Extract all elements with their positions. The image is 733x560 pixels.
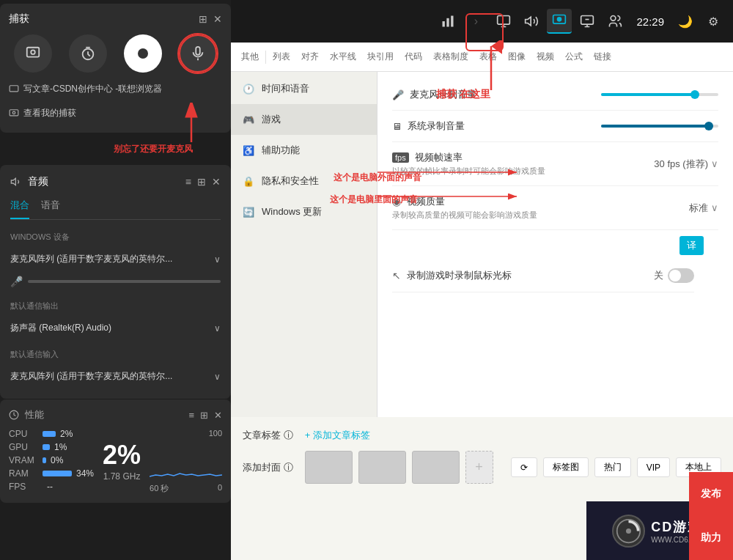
mic-recording-slider[interactable] <box>601 93 718 96</box>
cover-thumb-2[interactable] <box>358 451 406 484</box>
svg-rect-1 <box>447 18 449 27</box>
svg-point-29 <box>626 528 631 534</box>
gpu-metric-row: GPU 1% <box>9 442 94 452</box>
fps-metric-value: -- <box>47 482 53 492</box>
monitor-icon[interactable] <box>491 9 516 34</box>
perf-pin-icon[interactable]: ⊞ <box>200 410 208 421</box>
svg-rect-10 <box>26 48 39 57</box>
toolbar-image[interactable]: 图像 <box>504 49 530 65</box>
audio-mic-chevron[interactable]: ∨ <box>214 254 221 265</box>
audio-title-group: 音频 <box>10 175 48 188</box>
capture-close-icon[interactable]: ✕ <box>213 13 222 25</box>
cursor-label: ↖ 录制游戏时录制鼠标光标 <box>392 269 512 282</box>
quality-chevron[interactable]: ∨ <box>711 202 718 213</box>
record-dot <box>138 48 148 59</box>
cover-label: 添加封面 ⓘ <box>243 461 293 474</box>
fps-chevron[interactable]: ∨ <box>711 158 718 169</box>
settings-menu-privacy[interactable]: 🔒 隐私和安全性 <box>231 166 377 196</box>
settings-menu-games[interactable]: 🎮 游戏 <box>231 104 377 135</box>
toolbar-list[interactable]: 列表 <box>268 49 295 65</box>
sys-track <box>601 125 718 128</box>
tab-refresh-btn[interactable]: ⟳ <box>511 457 537 477</box>
video-quality-label-group: ◉ 视频质量 录制较高质量的视频可能会影响游戏质量 <box>392 195 537 221</box>
audio-panel-header: 音频 ≡ ⊞ ✕ <box>10 175 221 188</box>
volume-icon[interactable] <box>519 9 544 34</box>
screen-record-icon[interactable] <box>547 9 572 34</box>
audio-settings-icon[interactable]: ≡ <box>185 176 191 188</box>
cursor-toggle[interactable] <box>668 268 694 283</box>
view-captures-link[interactable]: 查看我的捕获 <box>9 103 222 124</box>
privacy-label: 隐私和安全性 <box>262 174 319 188</box>
perf-close-icon[interactable]: ✕ <box>214 410 222 421</box>
cover-section: 添加封面 ⓘ + ⟳ 标签图 热门 VIP 本地上 <box>243 451 721 484</box>
perf-chart-max: 100 <box>209 429 222 438</box>
toolbar-blockquote[interactable]: 块引用 <box>363 49 398 65</box>
taskbar: › 22:29 🌙 ⚙ <box>231 0 733 43</box>
audio-panel-controls: ≡ ⊞ ✕ <box>185 176 221 188</box>
taskbar-time: 22:29 <box>636 15 664 28</box>
audio-mic-device-row: 麦克风阵列 (适用于数字麦克风的英特尔... ∨ <box>10 247 221 271</box>
capture-buttons-row <box>9 34 222 73</box>
audio-tab-mix[interactable]: 混合 <box>10 199 29 219</box>
perf-chart-zero: 0 <box>218 483 222 494</box>
audio-mic-vol-icon: 🎤 <box>10 276 22 287</box>
cursor-icon: ↖ <box>392 270 401 281</box>
assist-button[interactable]: 助力 <box>689 516 733 560</box>
audio-tab-voice[interactable]: 语音 <box>41 199 60 219</box>
accessibility-icon: ♿ <box>243 145 254 156</box>
moon-icon[interactable]: 🌙 <box>673 9 698 34</box>
audio-pin-icon[interactable]: ⊞ <box>197 176 206 188</box>
video-quality-label: ◉ 视频质量 <box>392 195 537 208</box>
vram-value: 0% <box>51 455 63 465</box>
cover-thumb-1[interactable] <box>305 451 353 484</box>
next-icon[interactable]: › <box>463 9 488 34</box>
tab-labels-btn[interactable]: 标签图 <box>543 457 589 477</box>
system-recording-icon: 🖥 <box>392 121 402 132</box>
toolbar-code[interactable]: 代码 <box>400 49 427 65</box>
publish-button[interactable]: 发布 <box>689 472 733 516</box>
settings-menu-accessibility[interactable]: ♿ 辅助功能 <box>231 135 377 166</box>
ram-value: 34% <box>76 468 94 479</box>
audio-default-input-label: 默认通信输入 <box>10 349 221 360</box>
system-recording-label: 🖥 系统录制音量 <box>392 119 465 133</box>
view-captures-label: 查看我的捕获 <box>23 107 76 119</box>
gear-icon[interactable]: ⚙ <box>701 9 726 34</box>
perf-settings-icon[interactable]: ≡ <box>188 410 194 421</box>
tab-vip-btn[interactable]: VIP <box>637 457 670 477</box>
audio-close-icon[interactable]: ✕ <box>212 176 221 188</box>
settings-menu-update[interactable]: 🔄 Windows 更新 <box>231 196 377 227</box>
perf-content: CPU 2% GPU 1% VRAM 0% RAM 34% FPS <box>9 429 222 494</box>
tab-hot-btn[interactable]: 热门 <box>594 457 631 477</box>
audio-mic-vol-track[interactable] <box>28 280 221 283</box>
settings-menu-datetime[interactable]: 🕐 时间和语音 <box>231 73 377 104</box>
add-tag-button[interactable]: + 添加文章标签 <box>305 429 370 442</box>
people-icon[interactable] <box>603 9 627 34</box>
screenshot-button[interactable] <box>14 34 52 73</box>
chart-icon[interactable] <box>435 9 460 34</box>
performance-panel: 性能 ≡ ⊞ ✕ CPU 2% GPU 1% VRAM 0% <box>0 399 231 503</box>
perf-big-display: 2% 1.78 GHz <box>103 429 141 494</box>
translate-button[interactable]: 译 <box>679 236 704 255</box>
toolbar-link[interactable]: 链接 <box>589 49 616 65</box>
cpu-metric-row: CPU 2% <box>9 429 94 439</box>
display-icon[interactable] <box>575 9 600 34</box>
audio-input-chevron[interactable]: ∨ <box>214 372 221 382</box>
system-recording-slider[interactable] <box>601 125 718 128</box>
toolbar-formula[interactable]: 公式 <box>561 49 587 65</box>
capture-pin-icon[interactable]: ⊞ <box>199 13 207 25</box>
toolbar-other[interactable]: 其他 <box>237 49 263 65</box>
cover-thumb-3[interactable] <box>412 451 460 484</box>
datetime-icon: 🕐 <box>243 84 254 95</box>
toolbar-table-record[interactable]: 表格制度 <box>429 49 473 65</box>
timer-button[interactable] <box>69 34 107 73</box>
record-button[interactable] <box>124 34 162 73</box>
toolbar-video[interactable]: 视频 <box>532 49 559 65</box>
ram-metric-row: RAM 34% <box>9 468 94 479</box>
quality-sub: 录制较高质量的视频可能会影响游戏质量 <box>392 210 537 221</box>
audio-speaker-chevron[interactable]: ∨ <box>214 323 221 334</box>
toolbar-table[interactable]: 表格 <box>475 49 501 65</box>
mic-button[interactable] <box>179 34 217 73</box>
toolbar-hr[interactable]: 水平线 <box>325 49 361 65</box>
cover-add-btn[interactable]: + <box>465 451 493 484</box>
toolbar-align[interactable]: 对齐 <box>297 49 323 65</box>
